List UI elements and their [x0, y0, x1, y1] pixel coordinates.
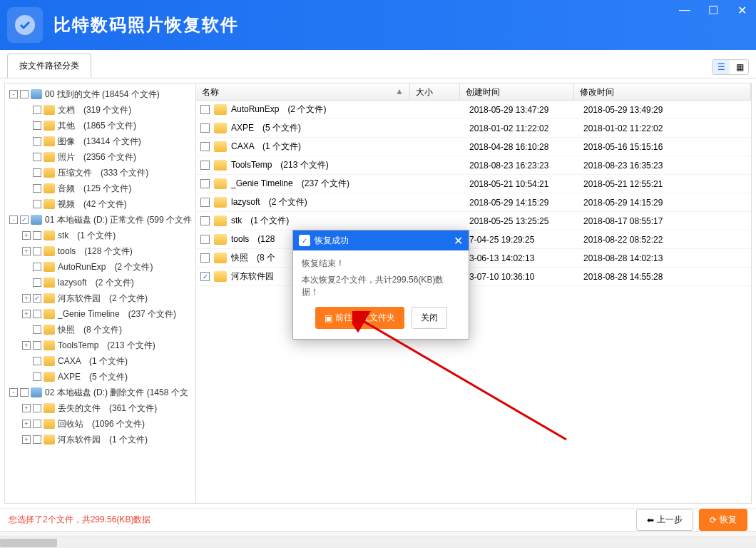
tree-checkbox[interactable]	[33, 420, 41, 428]
file-row[interactable]: stk (1 个文件)2018-05-25 13:25:252018-08-17…	[196, 212, 751, 230]
tree-checkbox[interactable]	[33, 325, 41, 334]
file-checkbox[interactable]	[200, 272, 210, 281]
tree-label: 音频 (125 个文件)	[58, 183, 131, 195]
tree-checkbox[interactable]	[20, 388, 29, 397]
tree-checkbox[interactable]	[33, 294, 41, 303]
tree-checkbox[interactable]	[33, 106, 41, 114]
expander-icon[interactable]: +	[22, 404, 31, 412]
file-checkbox[interactable]	[200, 179, 210, 188]
tree-node[interactable]: -00 找到的文件 (18454 个文件)	[6, 86, 194, 102]
tree-node[interactable]: -01 本地磁盘 (D:) 正常文件 (599 个文件	[6, 212, 194, 228]
folder-icon	[44, 278, 55, 288]
tree-node[interactable]: 照片 (2356 个文件)	[6, 149, 194, 165]
tree-node[interactable]: +河东软件园 (1 个文件)	[6, 432, 194, 447]
tree-checkbox[interactable]	[33, 184, 41, 193]
file-row[interactable]: 快照 (8 个3-06-13 14:02:132018-08-28 14:02:…	[196, 249, 751, 268]
col-ctime[interactable]: 创建时间	[460, 83, 574, 100]
tree-node[interactable]: +丢失的文件 (361 个文件)	[6, 400, 194, 416]
minimize-button[interactable]: —	[670, 0, 699, 20]
tree-checkbox[interactable]	[33, 263, 41, 271]
tree-node[interactable]: +stk (1 个文件)	[6, 228, 194, 243]
expander-icon[interactable]: +	[22, 310, 31, 318]
grid-view-button[interactable]: ▦	[731, 60, 748, 74]
dialog-close-btn[interactable]: 关闭	[412, 307, 447, 329]
col-size[interactable]: 大小	[410, 83, 460, 100]
prev-button[interactable]: ⬅上一步	[636, 509, 693, 531]
file-mtime: 2018-08-23 16:35:23	[583, 161, 751, 171]
tree-node[interactable]: 音频 (125 个文件)	[6, 181, 194, 196]
tree-node[interactable]: +tools (128 个文件)	[6, 243, 194, 259]
tree-node[interactable]: lazysoft (2 个文件)	[6, 275, 194, 290]
file-checkbox[interactable]	[200, 253, 210, 263]
tree-checkbox[interactable]	[33, 404, 41, 412]
file-checkbox[interactable]	[200, 142, 210, 151]
tree-node[interactable]: 压缩文件 (333 个文件)	[6, 165, 194, 181]
expander-icon[interactable]: -	[9, 90, 18, 98]
tree-node[interactable]: +回收站 (1096 个文件)	[6, 416, 194, 432]
tree-checkbox[interactable]	[20, 90, 29, 98]
expander-icon[interactable]: +	[22, 294, 31, 303]
tree-node[interactable]: 快照 (8 个文件)	[6, 322, 194, 338]
expander-icon[interactable]: -	[9, 388, 18, 397]
expander-icon[interactable]: +	[22, 435, 31, 444]
tree-checkbox[interactable]	[33, 372, 41, 381]
file-checkbox[interactable]	[200, 216, 210, 225]
maximize-button[interactable]: ☐	[699, 0, 727, 20]
expander-icon[interactable]: +	[22, 231, 31, 240]
file-mtime: 2018-01-02 11:22:02	[583, 123, 751, 133]
tree-checkbox[interactable]	[33, 137, 41, 146]
tree-checkbox[interactable]	[33, 310, 41, 318]
tree-checkbox[interactable]	[33, 121, 41, 130]
file-row[interactable]: AXPE (5 个文件)2018-01-02 11:22:022018-01-0…	[196, 119, 751, 138]
expander-icon[interactable]: -	[9, 215, 18, 224]
tree-checkbox[interactable]	[33, 247, 41, 255]
file-row[interactable]: 河东软件园3-07-10 10:36:102018-08-28 14:55:28	[196, 268, 751, 286]
tree-panel[interactable]: -00 找到的文件 (18454 个文件)文档 (319 个文件)其他 (186…	[5, 83, 196, 503]
file-list[interactable]: AutoRunExp (2 个文件)2018-05-29 13:47:29201…	[196, 101, 751, 503]
tree-node[interactable]: 文档 (319 个文件)	[6, 102, 194, 118]
expander-icon[interactable]: +	[22, 341, 31, 350]
file-row[interactable]: CAXA (1 个文件)2018-04-28 16:10:282018-05-1…	[196, 138, 751, 156]
close-button[interactable]: ✕	[727, 0, 756, 20]
tree-checkbox[interactable]	[33, 435, 41, 444]
tree-checkbox[interactable]	[33, 278, 41, 287]
file-row[interactable]: ToolsTemp (213 个文件)2018-08-23 16:23:2320…	[196, 156, 751, 175]
file-row[interactable]: AutoRunExp (2 个文件)2018-05-29 13:47:29201…	[196, 101, 751, 119]
dialog-close-button[interactable]: ✕	[454, 234, 463, 248]
goto-folder-button[interactable]: ▣前往恢复文件夹	[315, 307, 404, 329]
file-checkbox[interactable]	[200, 235, 210, 244]
file-row[interactable]: _Genie Timeline (237 个文件)2018-05-21 10:5…	[196, 175, 751, 193]
tree-node[interactable]: 视频 (42 个文件)	[6, 196, 194, 212]
tree-node[interactable]: 其他 (1865 个文件)	[6, 118, 194, 133]
file-checkbox[interactable]	[200, 123, 210, 133]
file-checkbox[interactable]	[200, 198, 210, 207]
tree-checkbox[interactable]	[33, 200, 41, 208]
tree-checkbox[interactable]	[33, 357, 41, 365]
tab-by-path[interactable]: 按文件路径分类	[7, 54, 91, 78]
col-mtime[interactable]: 修改时间	[574, 83, 751, 100]
tree-checkbox[interactable]	[33, 341, 41, 350]
tree-node[interactable]: +ToolsTemp (213 个文件)	[6, 338, 194, 353]
tree-node[interactable]: 图像 (13414 个文件)	[6, 133, 194, 149]
recover-button[interactable]: ⟳恢复	[699, 509, 747, 531]
tree-node[interactable]: +河东软件园 (2 个文件)	[6, 290, 194, 306]
tree-node[interactable]: -02 本地磁盘 (D:) 删除文件 (1458 个文	[6, 385, 194, 400]
list-view-button[interactable]: ☰	[712, 60, 730, 74]
tree-checkbox[interactable]	[20, 215, 29, 224]
file-checkbox[interactable]	[200, 161, 210, 170]
dialog-title-text: 恢复成功	[315, 235, 349, 247]
tree-checkbox[interactable]	[33, 153, 41, 161]
file-row[interactable]: tools (1287-04-25 19:29:252018-08-22 08:…	[196, 230, 751, 249]
tree-checkbox[interactable]	[33, 231, 41, 240]
tree-node[interactable]: AXPE (5 个文件)	[6, 369, 194, 385]
tree-node[interactable]: AutoRunExp (2 个文件)	[6, 259, 194, 275]
tree-checkbox[interactable]	[33, 168, 41, 177]
file-checkbox[interactable]	[200, 105, 210, 114]
tree-label: 回收站 (1096 个文件)	[58, 418, 145, 430]
tree-node[interactable]: CAXA (1 个文件)	[6, 353, 194, 369]
expander-icon[interactable]: +	[22, 420, 31, 428]
expander-icon[interactable]: +	[22, 247, 31, 255]
col-name[interactable]: 名称▲	[196, 83, 410, 100]
tree-node[interactable]: +_Genie Timeline (237 个文件)	[6, 306, 194, 322]
file-row[interactable]: lazysoft (2 个文件)2018-05-29 14:15:292018-…	[196, 193, 751, 212]
